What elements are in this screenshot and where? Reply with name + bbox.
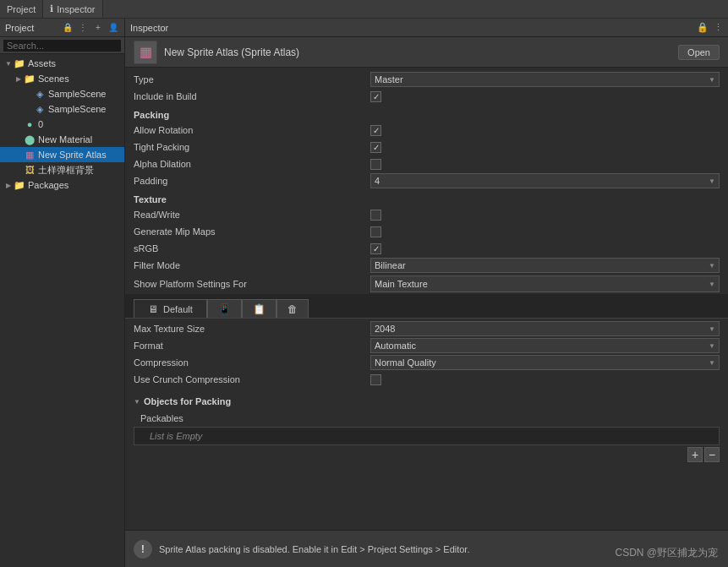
ios-tab-icon: 📋 <box>253 303 265 315</box>
type-dropdown-arrow: ▼ <box>709 76 715 84</box>
max-texture-size-dropdown[interactable]: 2048 ▼ <box>370 321 720 336</box>
type-row: Type Master ▼ <box>125 71 728 88</box>
format-label: Format <box>134 341 370 351</box>
include-in-build-row: Include in Build ✓ <box>125 88 728 105</box>
filter-mode-dropdown-arrow: ▼ <box>709 262 715 270</box>
packing-section-header: Packing <box>125 106 728 122</box>
asset-title-bar: ▦ New Sprite Atlas (Sprite Atlas) Open <box>125 37 728 68</box>
type-dropdown[interactable]: Master ▼ <box>370 72 720 87</box>
show-platform-dropdown[interactable]: Main Texture ▼ <box>370 275 720 292</box>
image-icon: 🖼 <box>24 164 36 176</box>
tree-item-samplescene1[interactable]: ◈ SampleScene <box>0 86 124 101</box>
filter-mode-row: Filter Mode Bilinear ▼ <box>125 257 728 274</box>
tree-item-zero[interactable]: ● 0 <box>0 117 124 132</box>
material-icon: ⬤ <box>24 134 36 145</box>
allow-rotation-label: Allow Rotation <box>134 125 370 135</box>
project-panel-header: Project 🔒 ⋮ + 👤 <box>0 19 124 37</box>
srgb-checkbox[interactable]: ✓ <box>370 243 381 254</box>
padding-dropdown-value: 4 <box>375 176 380 186</box>
generate-mip-maps-row: Generate Mip Maps <box>125 223 728 240</box>
padding-value: 4 ▼ <box>370 173 720 188</box>
list-empty: List is Empty <box>134 428 719 444</box>
filter-mode-label: Filter Mode <box>134 260 370 270</box>
tree-view: ▼ 📁 Assets ▶ 📁 Scenes ◈ SampleScene ◈ Sa… <box>0 54 124 567</box>
chinese-bg-label: 土样弹框背景 <box>38 164 94 177</box>
lock-icon[interactable]: 🔒 <box>62 22 74 34</box>
read-write-checkbox[interactable] <box>370 210 381 221</box>
filter-mode-value: Bilinear ▼ <box>370 258 720 273</box>
scenes-arrow: ▶ <box>14 74 24 84</box>
add-folder-icon[interactable]: + <box>92 22 104 34</box>
max-texture-size-label: Max Texture Size <box>134 324 370 334</box>
texture-section-header: Texture <box>125 191 728 206</box>
tree-item-assets[interactable]: ▼ 📁 Assets <box>0 56 124 71</box>
read-write-value <box>370 210 720 221</box>
include-in-build-value: ✓ <box>370 91 720 102</box>
packages-label: Packages <box>28 180 68 190</box>
inspector-menu-icon[interactable]: ⋮ <box>714 22 723 33</box>
format-row: Format Automatic ▼ <box>125 337 728 354</box>
assets-folder-icon: 📁 <box>14 57 25 69</box>
inspector-lock-icon[interactable]: 🔒 <box>697 22 709 33</box>
search-input[interactable] <box>3 40 121 52</box>
tight-packing-row: Tight Packing ✓ <box>125 139 728 155</box>
generate-mip-maps-checkbox[interactable] <box>370 226 381 237</box>
read-write-label: Read/Write <box>134 210 370 220</box>
atlas-icon: ▦ <box>24 149 36 161</box>
include-in-build-checkbox[interactable]: ✓ <box>370 91 381 102</box>
search-bar <box>0 37 124 54</box>
platform-tab-ios[interactable]: 📋 <box>242 299 276 318</box>
show-platform-dropdown-arrow: ▼ <box>709 281 715 288</box>
tree-item-packages[interactable]: ▶ 📁 Packages <box>0 177 124 193</box>
add-item-button[interactable]: + <box>687 447 703 462</box>
type-value: Master ▼ <box>370 72 720 87</box>
max-texture-size-dropdown-arrow: ▼ <box>709 325 715 333</box>
alpha-dilation-label: Alpha Dilation <box>134 159 370 169</box>
alpha-dilation-checkbox[interactable] <box>370 159 381 170</box>
list-actions: + − <box>125 445 728 464</box>
person-icon[interactable]: 👤 <box>107 22 119 34</box>
tree-item-samplescene2[interactable]: ◈ SampleScene <box>0 101 124 117</box>
padding-dropdown[interactable]: 4 ▼ <box>370 173 720 188</box>
read-write-row: Read/Write <box>125 206 728 223</box>
remove-item-button[interactable]: − <box>704 447 720 462</box>
max-texture-size-dropdown-value: 2048 <box>375 324 395 334</box>
platform-tab-android[interactable]: 📱 <box>207 299 242 318</box>
ss2-label: SampleScene <box>48 104 107 114</box>
objects-for-packing-header[interactable]: ▼ Objects for Packing <box>125 393 728 410</box>
allow-rotation-checkbox[interactable]: ✓ <box>370 125 381 136</box>
format-dropdown[interactable]: Automatic ▼ <box>370 338 720 353</box>
tight-packing-checkbox[interactable]: ✓ <box>370 142 381 153</box>
asset-title-text: New Sprite Atlas (Sprite Atlas) <box>164 46 299 58</box>
asset-icon-large: ▦ <box>134 41 157 64</box>
tree-item-chinese-bg[interactable]: 🖼 土样弹框背景 <box>0 162 124 177</box>
platform-tab-web[interactable]: 🗑 <box>276 299 309 318</box>
srgb-label: sRGB <box>134 243 370 254</box>
project-tab-label: Project <box>7 4 36 14</box>
packables-label: Packables <box>140 413 183 423</box>
tree-item-new-material[interactable]: ⬤ New Material <box>0 132 124 147</box>
web-tab-icon: 🗑 <box>287 303 298 315</box>
main-layout: Project 🔒 ⋮ + 👤 ▼ 📁 Assets ▶ 📁 Sc <box>0 19 728 567</box>
project-tab[interactable]: Project <box>0 0 43 18</box>
open-button[interactable]: Open <box>678 45 720 60</box>
inspector-header-left: Inspector <box>130 23 168 33</box>
platform-tab-default[interactable]: 🖥 Default <box>134 299 207 318</box>
tree-item-new-sprite-atlas[interactable]: ▦ New Sprite Atlas <box>0 147 124 162</box>
filter-mode-dropdown[interactable]: Bilinear ▼ <box>370 258 720 273</box>
padding-label: Padding <box>134 176 370 186</box>
inspector-tab[interactable]: ℹ Inspector <box>43 0 102 18</box>
top-bar: Project ℹ Inspector <box>0 0 728 19</box>
crunch-compression-checkbox[interactable] <box>370 374 381 385</box>
objects-arrow: ▼ <box>134 398 140 406</box>
panel-header-left: Project <box>5 23 34 33</box>
crunch-compression-label: Use Crunch Compression <box>134 374 370 384</box>
tree-item-scenes[interactable]: ▶ 📁 Scenes <box>0 71 124 86</box>
compression-dropdown[interactable]: Normal Quality ▼ <box>370 355 720 370</box>
type-dropdown-value: Master <box>375 74 403 85</box>
compression-row: Compression Normal Quality ▼ <box>125 354 728 371</box>
assets-label: Assets <box>28 58 56 68</box>
menu-icon[interactable]: ⋮ <box>77 22 89 34</box>
srgb-row: sRGB ✓ <box>125 240 728 257</box>
zero-label: 0 <box>38 119 43 129</box>
